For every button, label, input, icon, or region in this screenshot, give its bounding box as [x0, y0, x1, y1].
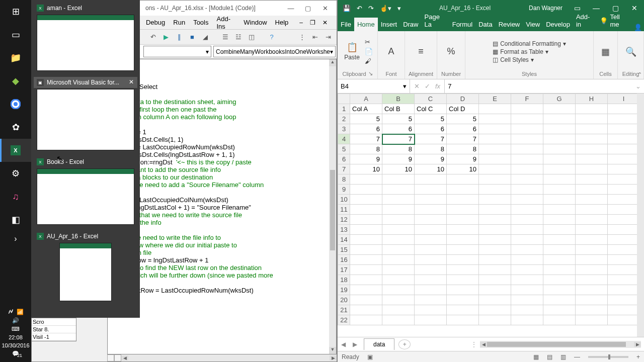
cell[interactable] — [382, 235, 415, 245]
cell[interactable]: 10 — [350, 164, 382, 174]
cell[interactable] — [479, 315, 511, 325]
cell[interactable] — [576, 164, 608, 174]
cell[interactable] — [479, 295, 511, 305]
keyboard-icon[interactable]: ⌨ — [12, 326, 20, 332]
row-header[interactable]: 10 — [338, 195, 350, 205]
enter-icon[interactable]: ✓ — [425, 82, 430, 90]
page-layout-view-icon[interactable]: ▤ — [547, 353, 552, 360]
cell[interactable] — [350, 235, 382, 245]
app-icon[interactable]: ◆ — [0, 69, 31, 93]
child-close-button[interactable]: ✕ — [319, 18, 331, 27]
cell[interactable] — [511, 255, 543, 265]
cell[interactable] — [479, 245, 511, 255]
cell[interactable] — [447, 315, 479, 325]
qat-more-icon[interactable]: ▾ — [397, 5, 401, 12]
zoom-slider[interactable] — [588, 356, 628, 358]
tab-formul[interactable]: Formul — [449, 18, 475, 31]
tab-draw[interactable]: Draw — [400, 18, 421, 31]
code-editor[interactable]: t onenge("A1").Selectlectsource data to … — [107, 59, 337, 354]
tab-insert[interactable]: Insert — [378, 18, 400, 31]
minimize-button[interactable]: — — [282, 5, 299, 12]
cell[interactable] — [608, 174, 640, 185]
cell[interactable] — [511, 195, 543, 205]
fx-icon[interactable]: fx — [435, 82, 440, 90]
cell[interactable] — [415, 315, 447, 325]
cell[interactable] — [382, 285, 415, 295]
app2-icon[interactable]: ✿ — [0, 116, 31, 139]
app3-icon[interactable]: ◧ — [0, 208, 31, 231]
row-header[interactable]: 22 — [338, 315, 350, 325]
row-header[interactable]: 7 — [338, 164, 350, 174]
cell[interactable] — [350, 285, 382, 295]
formula-input[interactable]: 7 — [448, 82, 451, 90]
column-header[interactable]: D — [447, 94, 479, 104]
row-header[interactable]: 13 — [338, 225, 350, 235]
cell[interactable] — [608, 195, 640, 205]
cell[interactable] — [511, 285, 543, 295]
vertical-scrollbar[interactable]: ▲▼ — [329, 59, 336, 354]
cell[interactable]: 10 — [447, 164, 479, 174]
task-view-icon[interactable]: ▭ — [0, 23, 31, 46]
cell[interactable]: Col A — [350, 104, 382, 114]
cell[interactable] — [415, 285, 447, 295]
cell[interactable] — [511, 174, 543, 185]
cell[interactable] — [608, 315, 640, 325]
cell[interactable]: Col B — [382, 104, 415, 114]
collapse-ribbon-icon[interactable]: ⌃ — [637, 71, 642, 78]
clock-date[interactable]: 10/30/2016 — [2, 342, 29, 348]
cell[interactable] — [543, 265, 576, 275]
toggle-icon[interactable]: ⋮ — [297, 33, 306, 42]
cell[interactable] — [382, 305, 415, 315]
cell[interactable] — [576, 265, 608, 275]
cell[interactable] — [382, 315, 415, 325]
cell[interactable] — [511, 185, 543, 195]
notifications-icon[interactable]: 💬21 — [12, 350, 19, 357]
cell[interactable]: 5 — [382, 114, 415, 124]
column-header[interactable]: B — [382, 94, 415, 104]
menu-tools[interactable]: Tools — [190, 18, 211, 27]
row-header[interactable]: 14 — [338, 235, 350, 245]
cell[interactable] — [447, 235, 479, 245]
cell[interactable]: Col D — [447, 104, 479, 114]
conditional-formatting-button[interactable]: ▤ Conditional Formatting ▾ — [493, 40, 566, 47]
volume-icon[interactable]: 🔊 — [12, 317, 19, 324]
cell[interactable] — [511, 215, 543, 225]
cell[interactable] — [350, 255, 382, 265]
cell[interactable] — [350, 185, 382, 195]
cell[interactable] — [350, 295, 382, 305]
cell[interactable] — [576, 114, 608, 124]
excel-taskbar-icon[interactable]: X — [0, 139, 31, 162]
cell[interactable] — [511, 154, 543, 164]
battery-icon[interactable]: 🗲 — [8, 309, 14, 315]
cell[interactable] — [608, 104, 640, 114]
cell[interactable] — [608, 154, 640, 164]
cell[interactable]: 6 — [415, 124, 447, 134]
expand-formula-icon[interactable]: ⌄ — [635, 82, 641, 90]
cell[interactable] — [543, 114, 576, 124]
cell[interactable] — [576, 235, 608, 245]
cell[interactable] — [350, 174, 382, 185]
cell[interactable] — [382, 215, 415, 225]
cell[interactable]: 10 — [415, 164, 447, 174]
cell[interactable] — [543, 285, 576, 295]
cell[interactable] — [608, 285, 640, 295]
cell[interactable] — [608, 215, 640, 225]
row-header[interactable]: 16 — [338, 255, 350, 265]
cell[interactable] — [543, 295, 576, 305]
cell[interactable] — [479, 215, 511, 225]
tab-view[interactable]: View — [523, 18, 543, 31]
cell[interactable] — [576, 215, 608, 225]
cell[interactable] — [576, 255, 608, 265]
cell[interactable]: 6 — [382, 124, 415, 134]
cell[interactable] — [479, 205, 511, 215]
undo-icon[interactable]: ↶ — [148, 33, 157, 42]
name-box[interactable]: B4▾ — [338, 79, 410, 93]
cell[interactable] — [350, 245, 382, 255]
cell[interactable] — [608, 164, 640, 174]
cell[interactable] — [576, 185, 608, 195]
cell[interactable] — [415, 215, 447, 225]
cell[interactable] — [511, 245, 543, 255]
cell[interactable] — [576, 245, 608, 255]
cell[interactable] — [608, 134, 640, 144]
normal-view-icon[interactable]: ▦ — [533, 353, 539, 360]
